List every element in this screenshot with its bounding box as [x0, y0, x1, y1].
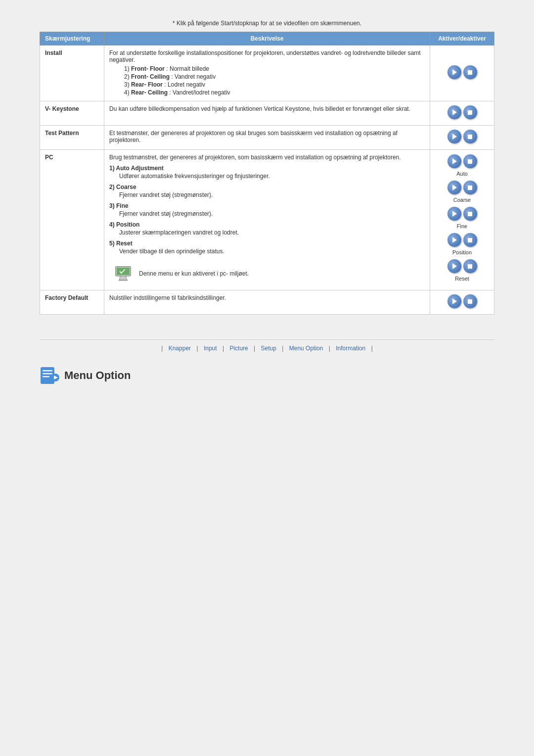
- stop-button-testpattern[interactable]: [463, 130, 477, 143]
- row-buttons-factorydefault: [430, 290, 494, 315]
- stop-button-pc-coarse[interactable]: [463, 181, 477, 194]
- button-pair: [447, 154, 477, 168]
- row-label-factorydefault: Factory Default: [40, 290, 104, 315]
- row-label-testpattern: Test Pattern: [40, 126, 104, 150]
- table-row: PC Brug testmønstret, der genereres af p…: [40, 150, 494, 290]
- play-button-factorydefault[interactable]: [447, 294, 461, 308]
- pc-subsection-coarse: 2) Coarse Fjerner vandret støj (stregmøn…: [109, 184, 425, 198]
- button-pair: [435, 294, 489, 308]
- table-row: Install For at understøtte forskellige i…: [40, 46, 494, 101]
- row-buttons-testpattern: [430, 126, 494, 150]
- stop-button-pc-fine[interactable]: [463, 207, 477, 221]
- row-buttons-install: [430, 46, 494, 101]
- play-button-pc-fine[interactable]: [447, 207, 461, 221]
- button-pair: [435, 130, 489, 143]
- play-button-install[interactable]: [447, 65, 461, 79]
- nav-item-setup[interactable]: Setup: [261, 345, 276, 352]
- pc-subsection-auto: 1) Auto Adjustment Udfører automatiske f…: [109, 165, 425, 180]
- play-button-pc-reset[interactable]: [447, 259, 461, 273]
- main-table: Skærmjustering Beskrivelse Aktiver/deakt…: [40, 32, 494, 315]
- menu-option-section: Menu Option: [40, 367, 494, 384]
- stop-button-pc-position[interactable]: [463, 233, 477, 247]
- row-desc-pc: Brug testmønstret, der genereres af proj…: [104, 150, 430, 290]
- pc-subsection-position: 4) Position Justerer skærmplaceringen va…: [109, 221, 425, 236]
- pc-btn-group-auto: Auto: [435, 154, 489, 177]
- pc-btn-label-coarse: Coarse: [453, 197, 471, 203]
- nav-item-picture[interactable]: Picture: [229, 345, 248, 352]
- stop-button-vkeystone[interactable]: [463, 105, 477, 119]
- nav-sep: |: [161, 345, 163, 352]
- play-button-vkeystone[interactable]: [447, 105, 461, 119]
- nav-item-menuoption[interactable]: Menu Option: [289, 345, 323, 352]
- pc-btn-label-reset: Reset: [455, 276, 469, 282]
- menu-option-title: Menu Option: [64, 369, 131, 382]
- pc-notice: Denne menu er kun aktiveret i pc- miljøe…: [109, 261, 425, 286]
- pc-btn-label-fine: Fine: [457, 223, 467, 229]
- svg-rect-5: [43, 373, 52, 375]
- play-button-pc-position[interactable]: [447, 233, 461, 247]
- row-desc-testpattern: Et testmønster, der genereres af projekt…: [104, 126, 430, 150]
- play-button-pc-coarse[interactable]: [447, 181, 461, 194]
- button-pair: [435, 65, 489, 79]
- stop-button-factorydefault[interactable]: [463, 294, 477, 308]
- row-buttons-pc: Auto Coarse Fine: [430, 150, 494, 290]
- pc-icon: [113, 265, 133, 282]
- menu-option-icon: [40, 367, 59, 384]
- row-label-vkeystone: V- Keystone: [40, 101, 104, 126]
- pc-btn-group-reset: Reset: [435, 259, 489, 282]
- pc-btn-label-auto: Auto: [456, 171, 468, 177]
- pc-btn-group-coarse: Coarse: [435, 181, 489, 203]
- nav-bar: | Knapper | Input | Picture | Setup | Me…: [40, 339, 494, 357]
- table-row: V- Keystone Du kan udføre billedkompensa…: [40, 101, 494, 126]
- header-col1: Skærmjustering: [40, 32, 104, 46]
- button-pair: [447, 259, 477, 273]
- play-button-testpattern[interactable]: [447, 130, 461, 143]
- row-desc-install: For at understøtte forskellige installat…: [104, 46, 430, 101]
- stop-button-install[interactable]: [463, 65, 477, 79]
- table-row: Factory Default Nulstiller indstillinger…: [40, 290, 494, 315]
- header-col2: Beskrivelse: [104, 32, 430, 46]
- row-desc-vkeystone: Du kan udføre billedkompensation ved hjæ…: [104, 101, 430, 126]
- install-list: 1) Front- Floor : Normalt billede 2) Fro…: [124, 65, 425, 96]
- top-note: * Klik på følgende Start/stopknap for at…: [40, 20, 494, 27]
- play-button-pc-auto[interactable]: [447, 154, 461, 168]
- pc-btn-group-position: Position: [435, 233, 489, 255]
- row-desc-factorydefault: Nulstiller indstillingerne til fabriksin…: [104, 290, 430, 315]
- pc-subsection-reset: 5) Reset Vender tilbage til den oprindel…: [109, 240, 425, 255]
- stop-button-pc-reset[interactable]: [463, 259, 477, 273]
- table-row: Test Pattern Et testmønster, der generer…: [40, 126, 494, 150]
- pc-btn-group-fine: Fine: [435, 207, 489, 229]
- nav-item-information[interactable]: Information: [336, 345, 365, 352]
- row-buttons-vkeystone: [430, 101, 494, 126]
- nav-item-input[interactable]: Input: [204, 345, 217, 352]
- pc-subsection-fine: 3) Fine Fjerner vandret støj (stregmønst…: [109, 202, 425, 217]
- nav-item-knapper[interactable]: Knapper: [169, 345, 191, 352]
- button-pair: [447, 233, 477, 247]
- row-label-install: Install: [40, 46, 104, 101]
- stop-button-pc-auto[interactable]: [463, 154, 477, 168]
- svg-rect-2: [119, 280, 128, 281]
- button-pair: [447, 181, 477, 194]
- svg-rect-4: [43, 370, 52, 372]
- button-pair: [447, 207, 477, 221]
- pc-notice-text: Denne menu er kun aktiveret i pc- miljøe…: [139, 270, 249, 277]
- svg-rect-6: [43, 376, 49, 378]
- pc-btn-label-position: Position: [452, 249, 472, 255]
- header-col3: Aktiver/deaktiver: [430, 32, 494, 46]
- row-label-pc: PC: [40, 150, 104, 290]
- button-pair: [435, 105, 489, 119]
